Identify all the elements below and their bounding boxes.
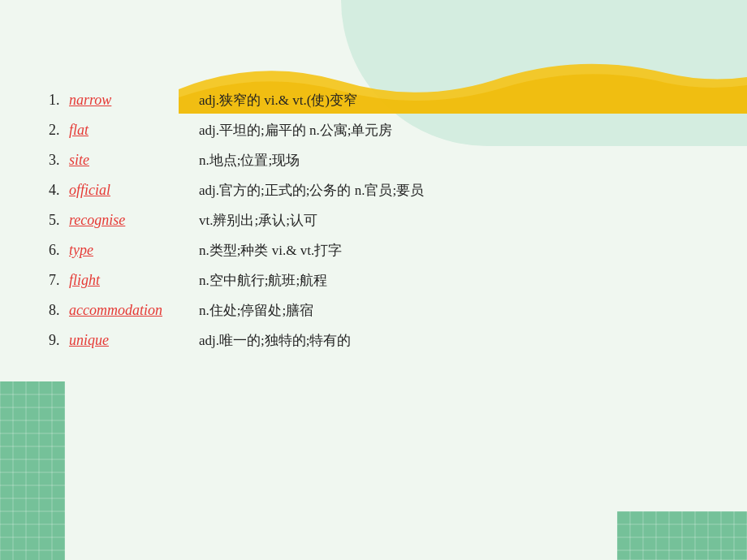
- vocab-item: 9.uniqueadj.唯一的;独特的;特有的: [49, 330, 698, 351]
- vocab-item: 5.recognisevt.辨别出;承认;认可: [49, 209, 698, 231]
- vocab-word: accommodation: [69, 299, 199, 321]
- vocab-num: 3.: [49, 149, 69, 171]
- vocab-def: n.空中航行;航班;航程: [199, 270, 698, 291]
- vocab-num: 1.: [49, 89, 69, 111]
- vocab-def: n.地点;位置;现场: [199, 150, 698, 171]
- vocab-item: 1.narrowadj.狭窄的 vi.& vt.(使)变窄: [49, 89, 698, 111]
- vocab-item: 3.siten.地点;位置;现场: [49, 149, 698, 171]
- bg-bottom-left-grid: [0, 381, 65, 560]
- vocab-num: 6.: [49, 239, 69, 261]
- vocab-def: adj.官方的;正式的;公务的 n.官员;要员: [199, 180, 698, 201]
- vocab-item: 2.flatadj.平坦的;扁平的 n.公寓;单元房: [49, 119, 698, 141]
- vocab-def: adj.狭窄的 vi.& vt.(使)变窄: [199, 90, 698, 111]
- vocab-def: n.住处;停留处;膳宿: [199, 300, 698, 321]
- vocab-item: 4.officialadj.官方的;正式的;公务的 n.官员;要员: [49, 179, 698, 201]
- vocab-def: adj.平坦的;扁平的 n.公寓;单元房: [199, 120, 698, 141]
- vocab-num: 2.: [49, 119, 69, 141]
- vocab-def: adj.唯一的;独特的;特有的: [199, 330, 698, 351]
- bg-bottom-right-grid: [617, 511, 747, 560]
- vocab-num: 9.: [49, 330, 69, 351]
- vocab-item: 7.flightn.空中航行;航班;航程: [49, 269, 698, 291]
- vocab-item: 6.typen.类型;种类 vi.& vt.打字: [49, 239, 698, 261]
- vocab-word: recognise: [69, 209, 199, 231]
- vocab-num: 8.: [49, 299, 69, 321]
- vocab-def: vt.辨别出;承认;认可: [199, 210, 698, 231]
- vocab-num: 5.: [49, 209, 69, 231]
- vocab-def: n.类型;种类 vi.& vt.打字: [199, 240, 698, 261]
- vocab-list: 1.narrowadj.狭窄的 vi.& vt.(使)变窄2.flatadj.平…: [49, 89, 698, 351]
- vocab-num: 7.: [49, 269, 69, 291]
- vocab-word: unique: [69, 330, 199, 351]
- vocab-word: type: [69, 239, 199, 261]
- vocab-num: 4.: [49, 179, 69, 201]
- svg-rect-0: [0, 381, 65, 560]
- vocab-word: flight: [69, 269, 199, 291]
- vocab-word: narrow: [69, 89, 199, 111]
- vocab-word: official: [69, 179, 199, 201]
- vocab-word: flat: [69, 119, 199, 141]
- vocab-item: 8.accommodationn.住处;停留处;膳宿: [49, 299, 698, 321]
- vocab-word: site: [69, 149, 199, 171]
